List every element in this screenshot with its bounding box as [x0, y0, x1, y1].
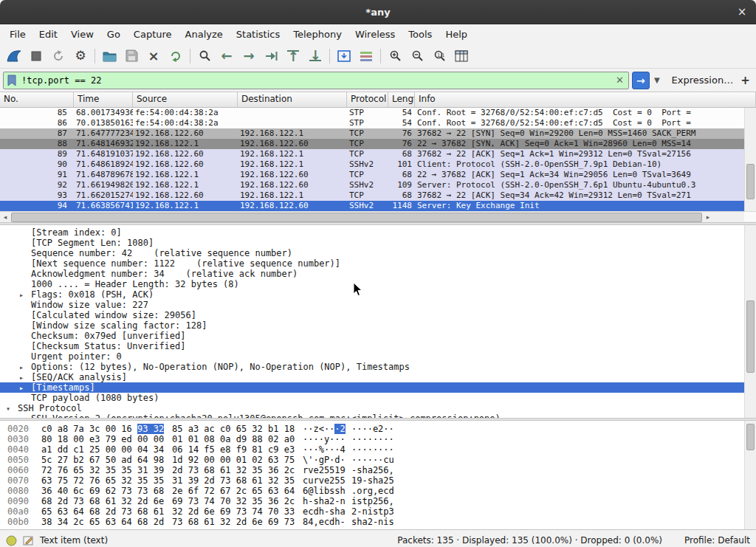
menu-capture[interactable]: Capture [127, 27, 179, 42]
scrollbar-thumb[interactable] [746, 164, 755, 199]
filter-clear-icon[interactable]: ✕ [614, 75, 625, 86]
detail-seq-ack-analysis[interactable]: ▸[SEQ/ACK analysis] [0, 372, 744, 382]
save-file-button[interactable] [120, 46, 142, 66]
detail-checksum-status[interactable]: [Checksum Status: Unverified] [0, 341, 744, 351]
reload-button[interactable] [165, 46, 187, 66]
go-last-button[interactable]: ↓ [304, 46, 326, 66]
packet-row-87[interactable]: 8771.647777234192.168.122.60192.168.122.… [0, 128, 744, 139]
menu-telephony[interactable]: Telephony [286, 27, 348, 42]
packet-list-vscrollbar[interactable] [744, 108, 756, 211]
detail-checksum[interactable]: Checksum: 0x79ed [unverified] [0, 331, 744, 341]
details-vscrollbar[interactable] [744, 225, 756, 418]
menu-statistics[interactable]: Statistics [230, 27, 286, 42]
packet-list-hscrollbar[interactable]: ◂ ▸ [0, 211, 756, 222]
hex-row[interactable]: 0040a1 dd c1 25 00 00 04 3406 14 f5 e8 f… [0, 444, 756, 455]
menu-edit[interactable]: Edit [32, 27, 64, 42]
capture-comment-icon[interactable] [23, 535, 34, 546]
detail-next-sequence[interactable]: [Next sequence number: 1122 (relative se… [0, 258, 744, 269]
hex-row[interactable]: 008036 40 6c 69 62 73 73 682e 6f 72 67 2… [0, 486, 756, 496]
scrollbar-thumb[interactable] [746, 300, 755, 373]
detail-options[interactable]: ▸Options: (12 bytes), No-Operation (NOP)… [0, 362, 744, 372]
column-no[interactable]: No. [0, 92, 74, 107]
detail-tcp-payload[interactable]: TCP payload (1080 bytes) [0, 393, 744, 403]
zoom-in-button[interactable] [384, 46, 406, 66]
packet-row-89[interactable]: 8971.648191037192.168.122.60192.168.122.… [0, 149, 744, 159]
hex-row[interactable]: 009068 2d 73 68 61 32 2d 6e69 73 74 70 3… [0, 496, 756, 506]
bookmark-icon[interactable] [7, 75, 17, 86]
scroll-right-arrow-icon[interactable]: ▸ [703, 212, 713, 221]
detail-ssh-version[interactable]: SSH Version 2 (encryption:chacha20-poly1… [0, 413, 744, 418]
detail-timestamps-selected[interactable]: ▸[Timestamps] [0, 382, 744, 393]
column-info[interactable]: Info [415, 92, 756, 107]
open-file-button[interactable] [98, 46, 120, 66]
capture-start-button[interactable] [3, 46, 25, 66]
capture-restart-button[interactable] [47, 46, 69, 66]
detail-segment-len[interactable]: [TCP Segment Len: 1080] [0, 238, 744, 248]
detail-ack-number[interactable]: Acknowledgment number: 34 (relative ack … [0, 269, 744, 279]
detail-header-length[interactable]: 1000 .... = Header Length: 32 bytes (8) [0, 279, 744, 289]
hex-row[interactable]: 003080 18 00 e3 79 ed 00 0001 01 08 0a d… [0, 434, 756, 444]
expert-info-icon[interactable] [6, 535, 17, 546]
hex-row[interactable]: 00a065 63 64 68 2d 73 68 6132 2d 6e 69 7… [0, 506, 756, 517]
filter-dropdown-icon[interactable]: ▼ [653, 72, 662, 89]
filter-apply-button[interactable]: → [632, 72, 650, 89]
packet-row-90[interactable]: 9071.648618924192.168.122.60192.168.122.… [0, 159, 744, 170]
column-destination[interactable]: Destination [238, 92, 347, 107]
column-time[interactable]: Time [74, 92, 133, 107]
go-first-button[interactable]: ↑ [282, 46, 304, 66]
packet-row-94-selected[interactable]: 9471.663856741192.168.122.1192.168.122.6… [0, 201, 744, 211]
menu-analyze[interactable]: Analyze [179, 27, 230, 42]
packet-row-88[interactable]: 8871.648146932192.168.122.1192.168.122.6… [0, 139, 744, 149]
go-back-button[interactable]: ← [216, 46, 238, 66]
detail-window-size[interactable]: Window size value: 227 [0, 300, 744, 310]
go-forward-button[interactable]: → [238, 46, 260, 66]
zoom-out-button[interactable] [406, 46, 428, 66]
hex-row[interactable]: 00505c 27 b2 67 50 ad 64 981d 92 00 00 0… [0, 455, 756, 465]
column-protocol[interactable]: Protocol [347, 92, 388, 107]
column-length[interactable]: Length [388, 92, 415, 107]
detail-flags[interactable]: ▸Flags: 0x018 (PSH, ACK) [0, 289, 744, 300]
close-file-button[interactable]: × [142, 46, 165, 66]
find-packet-button[interactable] [193, 46, 216, 66]
detail-stream-index[interactable]: [Stream index: 0] [0, 227, 744, 238]
autoscroll-button[interactable] [333, 46, 355, 66]
detail-ssh-protocol[interactable]: ▾SSH Protocol [0, 403, 744, 413]
menu-file[interactable]: File [3, 27, 32, 42]
window-close-button[interactable]: × [735, 5, 749, 18]
packet-row-91[interactable]: 9171.648789678192.168.122.1192.168.122.6… [0, 170, 744, 180]
column-source[interactable]: Source [133, 92, 238, 107]
capture-stop-button[interactable] [25, 46, 47, 66]
filter-add-button[interactable]: + [739, 72, 752, 89]
menu-help[interactable]: Help [439, 27, 474, 42]
arrow-top-icon: ↑ [287, 50, 298, 61]
detail-calc-window[interactable]: [Calculated window size: 29056] [0, 310, 744, 320]
packet-row-86[interactable]: 8670.013850163fe:54:00:d4:38:2aSTP54Conf… [0, 118, 744, 128]
capture-options-button[interactable]: ⚙ [69, 46, 92, 66]
menu-view[interactable]: View [64, 27, 100, 42]
hex-row[interactable]: 006072 76 65 32 35 35 31 392d 73 68 61 3… [0, 465, 756, 475]
detail-scaling-factor[interactable]: [Window size scaling factor: 128] [0, 320, 744, 331]
packet-row-92[interactable]: 9271.661949820192.168.122.1192.168.122.6… [0, 180, 744, 190]
go-to-packet-button[interactable] [260, 46, 282, 66]
scroll-left-arrow-icon[interactable]: ◂ [0, 212, 10, 221]
expression-button[interactable]: Expression… [672, 75, 734, 86]
display-filter-input[interactable] [20, 75, 611, 86]
zoom-original-button[interactable]: 1:1 [428, 46, 450, 66]
hex-row[interactable]: 00b038 34 2c 65 63 64 68 2d73 68 61 32 2… [0, 517, 756, 527]
hex-row[interactable]: 007063 75 72 76 65 32 35 3531 39 2d 73 6… [0, 475, 756, 486]
colorize-button[interactable] [355, 46, 377, 66]
hex-row[interactable]: 0020c0 a8 7a 3c 00 16 93 3285 a3 ac c0 6… [0, 424, 756, 434]
menu-wireless[interactable]: Wireless [348, 27, 402, 42]
resize-columns-button[interactable] [450, 46, 472, 66]
scrollbar-thumb[interactable] [11, 213, 702, 222]
detail-sequence-number[interactable]: Sequence number: 42 (relative sequence n… [0, 248, 744, 258]
profile-selector[interactable]: Profile: Default [684, 535, 750, 546]
scrollbar-thumb[interactable] [746, 424, 755, 450]
detail-urgent-pointer[interactable]: Urgent pointer: 0 [0, 351, 744, 362]
menu-tools[interactable]: Tools [402, 27, 439, 42]
packet-row-93[interactable]: 9371.662015274192.168.122.60192.168.122.… [0, 190, 744, 201]
hex-ascii: ····y··· [303, 434, 346, 444]
packet-row-85[interactable]: 8568.001734936fe:54:00:d4:38:2aSTP54Conf… [0, 108, 744, 118]
bytes-vscrollbar[interactable] [744, 421, 756, 529]
menu-go[interactable]: Go [100, 27, 127, 42]
